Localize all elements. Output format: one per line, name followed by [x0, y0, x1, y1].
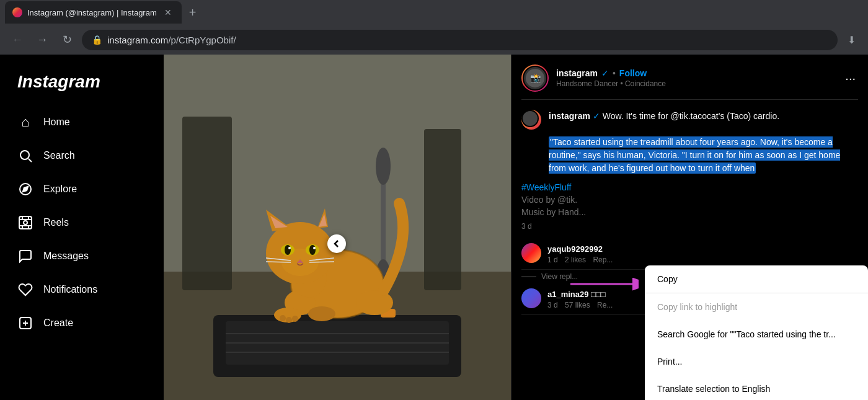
svg-line-1	[29, 159, 32, 162]
reply-username-1: yaqub9292992	[547, 244, 603, 254]
messages-icon	[17, 248, 33, 264]
svg-rect-25	[424, 129, 461, 290]
sidebar: Instagram ⌂ Home Search Explore Reels	[0, 55, 164, 400]
caption-text: instagram ✓ Wow. It's time for @tik.taco…	[549, 110, 858, 175]
create-icon	[17, 315, 33, 331]
sidebar-logo: Instagram	[7, 64, 156, 99]
reply-meta-1: 1 d 2 likes Rep...	[547, 256, 858, 264]
post-header: 📸 instagram ✓ • Follow Handsome Dancer •…	[521, 64, 858, 100]
svg-marker-3	[23, 187, 28, 192]
svg-point-0	[20, 151, 29, 159]
reply-time-2: 3 d	[547, 301, 558, 309]
back-button[interactable]: ←	[7, 30, 27, 50]
context-menu: Copy Copy link to highlight Search Googl…	[645, 265, 868, 400]
context-menu-print[interactable]: Print...	[645, 348, 868, 375]
home-icon: ⌂	[17, 114, 33, 130]
music-credit: Music by Hand...	[521, 207, 858, 217]
download-button[interactable]: ⬇	[843, 32, 861, 48]
reply-action-1[interactable]: Rep...	[593, 256, 613, 264]
caption-row: instagram ✓ Wow. It's time for @tik.taco…	[521, 110, 858, 175]
caption-area: instagram ✓ Wow. It's time for @tik.taco…	[521, 110, 858, 231]
reply-avatar-1	[521, 243, 541, 263]
post-hashtag: #WeeklyFluff	[521, 182, 858, 192]
reload-button[interactable]: ↻	[57, 30, 77, 50]
caption-body: Wow. It's time for @tik.tacocat's (Taco)…	[603, 111, 779, 121]
svg-point-55	[292, 316, 298, 322]
sidebar-messages-label: Messages	[43, 251, 89, 262]
url-text: instagram.com/p/CtRpYgpObif/	[107, 35, 236, 45]
new-tab-button[interactable]: +	[184, 3, 202, 22]
svg-point-52	[308, 306, 335, 321]
svg-line-50	[309, 262, 334, 262]
sidebar-notifications-label: Notifications	[43, 284, 97, 295]
post-header-info: instagram ✓ • Follow Handsome Dancer • C…	[556, 68, 835, 88]
sidebar-item-reels[interactable]: Reels	[7, 207, 156, 238]
translate-label: Translate selection to English	[657, 384, 770, 394]
caption-verified: ✓	[593, 111, 603, 121]
sidebar-item-messages[interactable]: Messages	[7, 241, 156, 272]
svg-point-43	[309, 245, 316, 255]
sidebar-search-label: Search	[43, 150, 75, 161]
svg-text:📸: 📸	[530, 73, 541, 84]
post-avatar: 📸	[521, 64, 549, 92]
address-bar: ← → ↻ 🔒 instagram.com/p/CtRpYgpObif/ ⬇	[0, 25, 868, 55]
sidebar-home-label: Home	[43, 117, 70, 128]
svg-point-44	[288, 247, 291, 249]
url-domain: instagram.com	[107, 35, 168, 45]
sidebar-item-search[interactable]: Search	[7, 140, 156, 171]
url-bar[interactable]: 🔒 instagram.com/p/CtRpYgpObif/	[82, 30, 838, 50]
sidebar-item-explore[interactable]: Explore	[7, 174, 156, 205]
highlighted-caption[interactable]: "Taco started using the treadmill about …	[549, 136, 840, 174]
notifications-icon	[17, 282, 33, 298]
more-options-button[interactable]: ···	[843, 69, 858, 88]
svg-point-45	[313, 247, 316, 249]
post-back-button[interactable]	[327, 234, 346, 253]
svg-point-5	[24, 221, 27, 224]
reply-content-1: yaqub9292992 1 d 2 likes Rep...	[547, 243, 858, 264]
tab-title: Instagram (@instagram) | Instagram	[27, 8, 157, 17]
caption-avatar	[521, 110, 541, 130]
main-content: 📸 instagram ✓ • Follow Handsome Dancer •…	[164, 55, 868, 400]
username-row: instagram ✓ • Follow	[556, 68, 835, 78]
search-icon	[17, 148, 33, 164]
search-google-label: Search Google for ""Taco started using t…	[657, 329, 836, 339]
post-time: 3 d	[521, 222, 858, 231]
context-menu-copy[interactable]: Copy	[645, 265, 868, 293]
reply-action-2[interactable]: Re...	[597, 301, 613, 309]
context-menu-copy-link: Copy link to highlight	[645, 293, 868, 321]
reply-likes-1: 2 likes	[565, 256, 586, 264]
context-menu-translate[interactable]: Translate selection to English	[645, 375, 868, 400]
tab-close-button[interactable]: ✕	[162, 6, 174, 19]
sidebar-reels-label: Reels	[43, 217, 69, 228]
reply-time-1: 1 d	[547, 256, 558, 264]
copy-label: Copy	[657, 274, 678, 284]
follow-button[interactable]: Follow	[619, 68, 647, 78]
caption-avatar-inner	[521, 110, 539, 127]
context-menu-search-google[interactable]: Search Google for ""Taco started using t…	[645, 321, 868, 348]
browser-chrome: Instagram (@instagram) | Instagram ✕ + ←…	[0, 0, 868, 55]
verified-badge: ✓	[601, 68, 609, 78]
svg-line-48	[266, 262, 291, 262]
tab-bar: Instagram (@instagram) | Instagram ✕ +	[0, 0, 868, 25]
dot-separator: •	[613, 68, 616, 78]
svg-point-54	[286, 317, 292, 323]
reply-likes-2: 57 likes	[565, 301, 590, 309]
sidebar-item-create[interactable]: Create	[7, 308, 156, 339]
svg-point-42	[285, 245, 291, 255]
forward-button[interactable]: →	[32, 30, 52, 50]
print-label: Print...	[657, 357, 682, 367]
svg-point-27	[376, 148, 391, 185]
page-content: Instagram ⌂ Home Search Explore Reels	[0, 55, 868, 400]
sidebar-explore-label: Explore	[43, 184, 77, 195]
url-path: /p/CtRpYgpObif/	[168, 35, 236, 45]
caption-username: instagram	[549, 111, 590, 121]
sidebar-item-home[interactable]: ⌂ Home	[7, 107, 156, 138]
arrow-pointer	[564, 272, 639, 299]
lock-icon: 🔒	[92, 35, 102, 45]
post-subtitle: Handsome Dancer • Coincidance	[556, 79, 835, 88]
active-tab[interactable]: Instagram (@instagram) | Instagram ✕	[5, 1, 182, 24]
sidebar-create-label: Create	[43, 318, 73, 329]
view-replies-line	[521, 277, 536, 277]
sidebar-item-notifications[interactable]: Notifications	[7, 274, 156, 305]
svg-point-53	[280, 315, 286, 321]
